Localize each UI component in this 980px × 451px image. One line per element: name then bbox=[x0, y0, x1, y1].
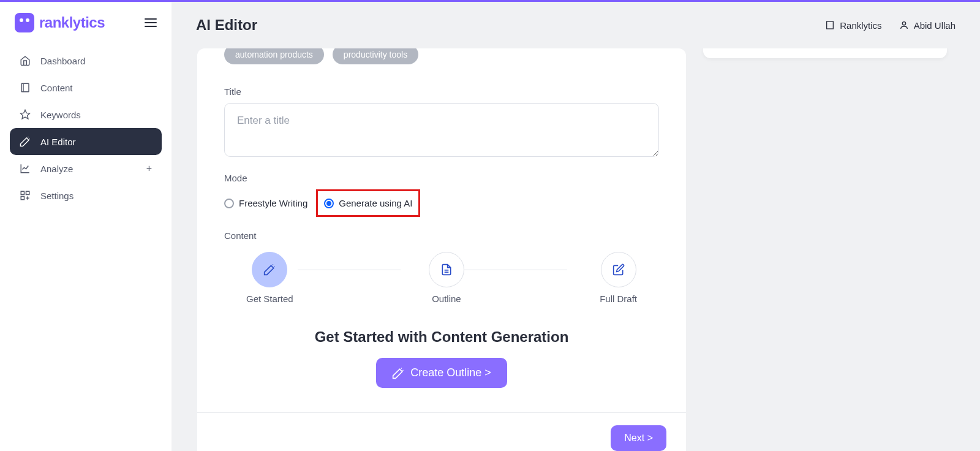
sidebar-item-label: Content bbox=[40, 83, 73, 93]
mode-freestyle-option[interactable]: Freestyle Writing bbox=[224, 198, 307, 208]
step-circle bbox=[252, 252, 287, 287]
org-switcher[interactable]: Ranklytics bbox=[825, 20, 881, 31]
org-name: Ranklytics bbox=[840, 20, 881, 31]
svg-rect-3 bbox=[21, 191, 24, 194]
sidebar-item-analyze[interactable]: Analyze + bbox=[10, 155, 162, 182]
mode-label: Mode bbox=[197, 173, 686, 183]
sidebar-item-ai-editor[interactable]: AI Editor bbox=[10, 128, 162, 155]
wand-icon bbox=[392, 367, 404, 379]
step-label: Get Started bbox=[246, 294, 293, 304]
tag[interactable]: productivity tools bbox=[333, 48, 418, 64]
building-icon bbox=[825, 20, 835, 30]
cta-heading: Get Started with Content Generation bbox=[197, 328, 686, 346]
grid-icon bbox=[20, 190, 31, 201]
page-title: AI Editor bbox=[196, 17, 257, 34]
create-outline-button[interactable]: Create Outline > bbox=[376, 358, 507, 388]
logo-row: ranklytics bbox=[0, 2, 172, 42]
document-icon bbox=[440, 263, 453, 276]
sidebar-item-dashboard[interactable]: Dashboard bbox=[10, 47, 162, 74]
expand-icon[interactable]: + bbox=[146, 163, 152, 174]
edit-icon bbox=[612, 263, 625, 276]
svg-rect-4 bbox=[26, 191, 29, 194]
wand-icon bbox=[263, 263, 276, 276]
card-footer: Next > bbox=[197, 412, 686, 451]
svg-marker-2 bbox=[21, 110, 30, 119]
step-connector bbox=[464, 270, 567, 270]
logo[interactable]: ranklytics bbox=[15, 13, 105, 32]
tag[interactable]: automation products bbox=[224, 48, 324, 64]
content-stepper: Get Started Outline Full Draft bbox=[246, 252, 637, 304]
home-icon bbox=[20, 55, 31, 66]
sidebar-item-label: Settings bbox=[40, 191, 74, 201]
user-icon bbox=[899, 20, 909, 30]
svg-rect-5 bbox=[21, 197, 24, 200]
editor-card: automation products productivity tools T… bbox=[197, 48, 686, 451]
header: AI Editor Ranklytics Abid Ullah bbox=[172, 2, 980, 48]
side-panel-peek bbox=[703, 48, 947, 58]
step-circle bbox=[429, 252, 464, 287]
mode-options: Freestyle Writing Generate using AI bbox=[197, 189, 686, 217]
mode-ai-option[interactable]: Generate using AI bbox=[324, 198, 412, 208]
radio-icon bbox=[224, 199, 234, 208]
step-get-started[interactable]: Get Started bbox=[246, 252, 293, 304]
sidebar-item-label: Dashboard bbox=[40, 56, 85, 66]
sidebar-item-keywords[interactable]: Keywords bbox=[10, 101, 162, 128]
chart-icon bbox=[20, 163, 31, 174]
next-button[interactable]: Next > bbox=[611, 425, 666, 451]
sidebar-item-content[interactable]: Content bbox=[10, 74, 162, 101]
sidebar-item-label: Analyze bbox=[40, 164, 73, 174]
logo-icon bbox=[15, 13, 34, 32]
user-name: Abid Ullah bbox=[914, 20, 956, 31]
step-connector bbox=[298, 270, 401, 270]
sidebar-item-settings[interactable]: Settings bbox=[10, 182, 162, 209]
logo-text: ranklytics bbox=[39, 14, 105, 31]
content-label: Content bbox=[197, 230, 686, 241]
radio-label: Generate using AI bbox=[339, 198, 412, 208]
keyword-tags: automation products productivity tools bbox=[197, 48, 686, 73]
hamburger-icon[interactable] bbox=[145, 18, 157, 27]
step-outline[interactable]: Outline bbox=[429, 252, 464, 304]
header-right: Ranklytics Abid Ullah bbox=[825, 20, 956, 31]
svg-rect-6 bbox=[827, 21, 834, 29]
svg-rect-0 bbox=[21, 83, 29, 92]
radio-icon bbox=[324, 199, 334, 208]
main: automation products productivity tools T… bbox=[172, 48, 980, 451]
sidebar-item-label: Keywords bbox=[40, 110, 81, 120]
step-full-draft[interactable]: Full Draft bbox=[600, 252, 637, 304]
title-input[interactable] bbox=[224, 103, 659, 157]
button-label: Create Outline > bbox=[410, 366, 491, 379]
highlight-box: Generate using AI bbox=[316, 189, 420, 217]
user-menu[interactable]: Abid Ullah bbox=[899, 20, 956, 31]
step-label: Outline bbox=[432, 294, 461, 304]
wand-icon bbox=[20, 136, 31, 147]
star-icon bbox=[20, 109, 31, 120]
sidebar: ranklytics Dashboard Content Keywords bbox=[0, 2, 172, 451]
radio-label: Freestyle Writing bbox=[239, 198, 307, 208]
sidebar-item-label: AI Editor bbox=[40, 137, 76, 147]
title-label: Title bbox=[197, 86, 686, 97]
step-circle bbox=[601, 252, 636, 287]
nav: Dashboard Content Keywords AI Editor Ana… bbox=[0, 42, 172, 214]
svg-point-11 bbox=[902, 22, 905, 25]
content-icon bbox=[20, 82, 31, 93]
step-label: Full Draft bbox=[600, 294, 637, 304]
